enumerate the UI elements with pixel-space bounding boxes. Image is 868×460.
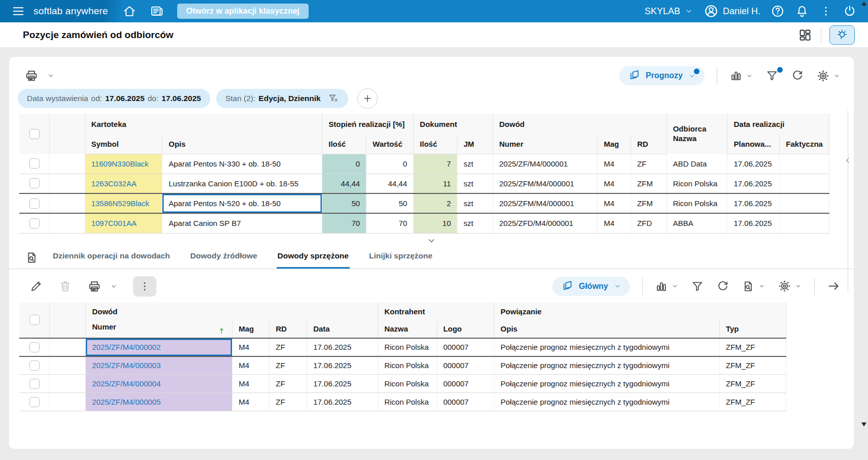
cell-planowana[interactable]: 17.06.2025 <box>727 154 780 174</box>
cell-opis[interactable]: Lustrzanka Canion E100D + ob. 18-55 <box>162 174 322 193</box>
cell-symbol[interactable]: 1097C001AA <box>85 213 162 233</box>
view-selector-glowny[interactable]: Główny <box>552 277 630 296</box>
window-scrollbar[interactable] <box>861 0 868 460</box>
print-button-linked[interactable] <box>87 279 118 293</box>
cell-rd[interactable]: ZFM <box>631 174 667 193</box>
view-selector-prognozy[interactable]: Prognozy <box>619 66 705 85</box>
cell-opis[interactable]: Połączenie prognoz miesięcznych z tygodn… <box>494 375 720 393</box>
column-header-mag[interactable]: Mag <box>232 320 270 338</box>
cell-numer[interactable]: 2025/ZFD/M4/000001 <box>493 213 597 233</box>
cell-typ[interactable]: ZFM_ZF <box>719 375 786 393</box>
column-header-faktyczna[interactable]: Faktyczna <box>780 135 829 154</box>
column-header-data[interactable]: Data <box>307 320 378 338</box>
row-checkbox[interactable] <box>29 379 40 389</box>
cell-typ[interactable]: ZFM_ZF <box>719 356 786 375</box>
cell-jm[interactable]: szt <box>457 174 493 193</box>
cell-mag[interactable]: M4 <box>597 213 631 233</box>
cell-rd[interactable]: ZF <box>631 154 667 174</box>
cell-ilosc-realizacji[interactable]: 70 <box>322 213 366 233</box>
user-menu[interactable]: Daniel H. <box>704 4 760 19</box>
cell-ilosc-dokument[interactable]: 11 <box>414 174 457 193</box>
go-to-button[interactable] <box>827 279 841 293</box>
news-button[interactable] <box>150 4 164 18</box>
cell-planowana[interactable]: 17.06.2025 <box>727 213 780 233</box>
cell-jm[interactable]: szt <box>457 213 493 233</box>
refresh-button-linked[interactable] <box>716 280 729 293</box>
cell-typ[interactable]: ZFM_ZF <box>719 393 786 411</box>
cell-opis[interactable]: Aparat Canion SP B7 <box>162 213 322 233</box>
cell-ilosc-realizacji[interactable]: 50 <box>322 193 366 213</box>
table-row[interactable]: 2025/ZF/M4/000003 M4 ZF 17.06.2025 Ricon… <box>19 356 786 375</box>
select-all-checkbox[interactable] <box>29 129 40 139</box>
notifications-button[interactable] <box>795 4 809 18</box>
cell-odbiorca[interactable]: Ricon Polska <box>666 193 727 213</box>
column-header-odbiorca-nazwa[interactable]: OdbiorcaNazwa <box>666 114 727 154</box>
column-header-symbol[interactable]: Symbol <box>85 135 162 154</box>
row-checkbox[interactable] <box>29 158 40 169</box>
cell-jm[interactable]: szt <box>457 154 493 174</box>
cell-mag[interactable]: M4 <box>232 338 270 356</box>
cell-faktyczna[interactable] <box>780 193 829 213</box>
cell-nazwa[interactable]: Ricon Polska <box>378 356 437 375</box>
column-header-logo[interactable]: Logo <box>437 320 494 338</box>
row-checkbox[interactable] <box>29 342 40 352</box>
date-filter-chip[interactable]: Data wystawienia od: 17.06.2025 do: 17.0… <box>18 89 210 108</box>
cell-rd[interactable]: ZFD <box>631 213 667 233</box>
clear-filter-icon[interactable] <box>328 93 339 104</box>
cell-rd[interactable]: ZF <box>270 338 307 356</box>
column-header-rd[interactable]: RD <box>270 320 307 338</box>
column-header-wartosc-realizacji[interactable]: Wartość <box>366 135 414 154</box>
cell-logo[interactable]: 000007 <box>437 338 494 356</box>
column-header-numer[interactable]: Numer <box>86 320 232 338</box>
hamburger-menu-button[interactable] <box>11 4 25 18</box>
cell-numer[interactable]: 2025/ZFM/M4/000001 <box>493 193 597 213</box>
cell-data[interactable]: 17.06.2025 <box>307 356 378 375</box>
assistant-button[interactable] <box>829 25 855 45</box>
company-selector[interactable]: SKYLAB <box>645 6 693 17</box>
cell-nazwa[interactable]: Ricon Polska <box>378 375 437 393</box>
print-button[interactable] <box>24 69 55 83</box>
table-row-selected[interactable]: 13586N529Black Aparat Pentos N-520 + ob.… <box>19 193 829 213</box>
cell-numer[interactable]: 2025/ZF/M4/000005 <box>86 393 232 411</box>
cell-mag[interactable]: M4 <box>597 174 631 193</box>
cell-wartosc-realizacji[interactable]: 44,44 <box>366 174 414 193</box>
filter-button-linked[interactable] <box>691 280 704 293</box>
preview-button-linked[interactable] <box>742 280 765 293</box>
column-header-nazwa[interactable]: Nazwa <box>378 320 437 338</box>
cell-numer-focused[interactable]: 2025/ZF/M4/000002 <box>86 338 232 356</box>
filter-button[interactable] <box>765 69 779 82</box>
chart-button[interactable] <box>729 69 753 82</box>
cell-typ[interactable]: ZFM_ZF <box>719 338 786 356</box>
column-header-typ[interactable]: Typ <box>719 320 786 338</box>
cell-ilosc-dokument[interactable]: 10 <box>414 213 457 233</box>
cell-opis[interactable]: Połączenie prognoz miesięcznych z tygodn… <box>494 356 720 375</box>
cell-rd[interactable]: ZFM <box>631 193 667 213</box>
tab-dowody-zrodlowe[interactable]: Dowody źródłowe <box>189 251 258 269</box>
column-header-jm[interactable]: JM <box>457 135 493 154</box>
cell-planowana[interactable]: 17.06.2025 <box>727 193 780 213</box>
cell-rd[interactable]: ZF <box>270 375 307 393</box>
cell-faktyczna[interactable] <box>780 174 829 193</box>
column-header-opis[interactable]: Opis <box>494 320 720 338</box>
cell-numer[interactable]: 2025/ZF/M4/000001 <box>493 154 597 174</box>
select-all-checkbox[interactable] <box>29 315 40 325</box>
cell-rd[interactable]: ZF <box>270 393 307 411</box>
cell-ilosc-dokument[interactable]: 2 <box>414 193 457 213</box>
cell-opis[interactable]: Połączenie prognoz miesięcznych z tygodn… <box>494 338 720 356</box>
column-header-mag[interactable]: Mag <box>597 135 631 154</box>
column-header-rd[interactable]: RD <box>631 135 667 154</box>
cell-mag[interactable]: M4 <box>597 193 631 213</box>
cell-symbol[interactable]: 11609N330Black <box>85 154 162 174</box>
table-row-selected[interactable]: 2025/ZF/M4/000002 M4 ZF 17.06.2025 Ricon… <box>19 338 786 356</box>
column-header-numer[interactable]: Numer <box>493 135 597 154</box>
cell-ilosc-realizacji[interactable]: 0 <box>322 154 366 174</box>
cell-mag[interactable]: M4 <box>597 154 631 174</box>
tab-dowody-sprzezone[interactable]: Dowody sprzężone <box>277 251 350 269</box>
home-button[interactable] <box>122 4 137 18</box>
chart-button-linked[interactable] <box>655 280 679 293</box>
help-button[interactable] <box>771 4 785 18</box>
cell-opis[interactable]: Aparat Pentos N-330 + ob. 18-50 <box>162 154 322 174</box>
cell-logo[interactable]: 000007 <box>437 356 494 375</box>
table-row[interactable]: 1097C001AA Aparat Canion SP B7 70 70 10 … <box>19 213 829 233</box>
dashboard-layout-button[interactable] <box>797 27 813 43</box>
